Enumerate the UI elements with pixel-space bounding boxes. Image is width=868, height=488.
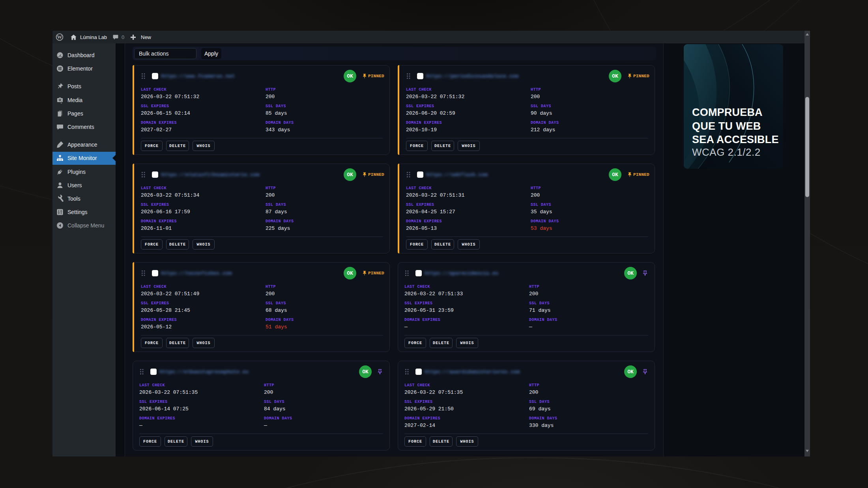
svg-text:W: W xyxy=(57,34,62,40)
